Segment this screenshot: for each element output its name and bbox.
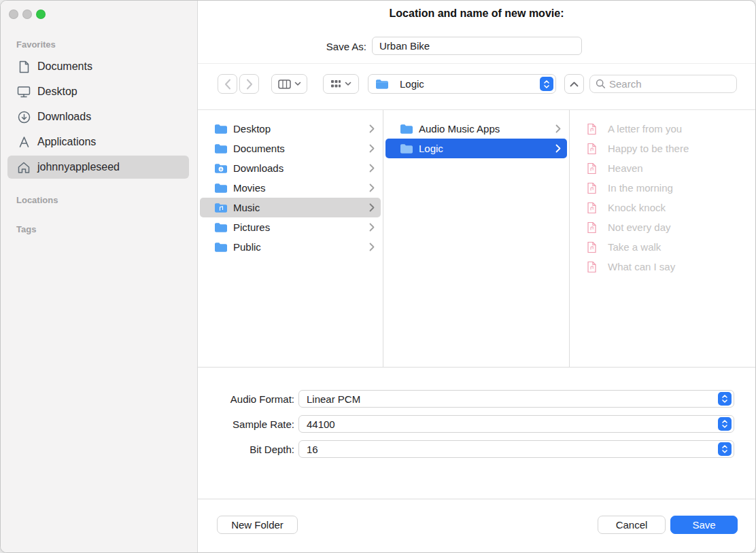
dialog-title: Location and name of new movie: [198, 7, 755, 20]
sidebar-item-label: Applications [37, 136, 96, 148]
browser-column-1: Desktop Documents Downloads Movies Music… [198, 110, 383, 367]
footer-divider [198, 499, 755, 499]
row-logic[interactable]: Logic [385, 139, 567, 158]
locations-section-header: Locations [16, 195, 58, 205]
row-label: Desktop [233, 123, 271, 135]
sidebar-item-label: johnnyappleseed [37, 161, 120, 173]
file-label: Knock knock [608, 202, 666, 213]
row-documents[interactable]: Documents [198, 139, 383, 158]
file-row: In the morning [570, 178, 755, 198]
forward-button[interactable] [239, 74, 259, 94]
audio-file-icon [587, 261, 597, 273]
chevron-right-icon [369, 124, 375, 133]
sidebar-item-label: Downloads [37, 111, 91, 123]
up-folder-button[interactable] [564, 74, 584, 94]
chevron-right-icon [369, 183, 375, 192]
row-movies[interactable]: Movies [198, 178, 383, 198]
save-button[interactable]: Save [670, 516, 738, 534]
chevron-down-icon [345, 82, 351, 86]
chevron-up-icon [570, 82, 579, 87]
bit-depth-select[interactable]: 16 [298, 440, 734, 458]
file-row: Knock knock [570, 198, 755, 217]
file-label: A letter from you [608, 123, 682, 135]
chevron-down-icon [294, 82, 301, 86]
save-as-input[interactable] [372, 37, 582, 55]
save-as-label: Save As: [286, 41, 366, 52]
chevron-right-icon [555, 144, 561, 153]
row-label: Movies [233, 182, 266, 194]
row-label: Logic [419, 143, 443, 154]
row-desktop[interactable]: Desktop [198, 119, 383, 139]
document-icon [16, 60, 32, 73]
chevron-right-icon [555, 124, 561, 133]
audio-file-icon [587, 143, 597, 155]
sidebar: Favorites Documents Desktop Downloads Ap… [1, 1, 198, 552]
column-browser: Desktop Documents Downloads Movies Music… [198, 109, 755, 368]
browser-column-3: A letter from you Happy to be there Heav… [570, 110, 755, 367]
new-folder-button[interactable]: New Folder [217, 516, 298, 534]
column-view-button[interactable] [271, 74, 307, 94]
applications-icon [16, 135, 32, 149]
zoom-button[interactable] [36, 10, 46, 19]
sidebar-item-label: Desktop [37, 86, 78, 98]
file-row: What can I say [570, 257, 755, 276]
file-row: Happy to be there [570, 139, 755, 158]
audio-format-select[interactable]: Linear PCM [298, 390, 734, 408]
sidebar-item-documents[interactable]: Documents [7, 55, 189, 78]
grouping-button[interactable] [323, 74, 359, 94]
cancel-button[interactable]: Cancel [598, 516, 666, 534]
row-label: Public [233, 241, 261, 253]
row-downloads[interactable]: Downloads [198, 158, 383, 178]
search-icon [596, 79, 606, 89]
folder-icon [400, 124, 413, 135]
audio-format-value: Linear PCM [307, 393, 360, 405]
chevron-right-icon [369, 164, 375, 173]
folder-icon [375, 79, 389, 90]
sample-rate-select[interactable]: 44100 [298, 415, 734, 433]
audio-file-icon [587, 123, 597, 135]
audio-format-label: Audio Format: [196, 393, 294, 405]
back-button[interactable] [218, 74, 237, 94]
popup-chevrons-icon [718, 392, 732, 406]
sidebar-item-label: Documents [37, 60, 92, 73]
bit-depth-value: 16 [307, 444, 318, 455]
search-input[interactable] [609, 78, 736, 90]
sidebar-item-downloads[interactable]: Downloads [7, 105, 189, 128]
search-field[interactable] [589, 75, 737, 93]
close-button[interactable] [9, 10, 18, 19]
sidebar-item-desktop[interactable]: Desktop [7, 80, 189, 103]
divider [198, 63, 755, 64]
file-row: Heaven [570, 158, 755, 178]
row-pictures[interactable]: Pictures [198, 217, 383, 237]
chevron-right-icon [369, 144, 375, 153]
file-row: A letter from you [570, 119, 755, 139]
home-icon [16, 160, 32, 174]
tags-section-header: Tags [16, 224, 36, 234]
folder-icon [214, 222, 228, 233]
minimize-button[interactable] [22, 10, 32, 19]
file-label: Not every day [608, 221, 671, 233]
audio-file-icon [587, 162, 597, 175]
row-label: Pictures [233, 221, 270, 233]
row-music[interactable]: Music [200, 198, 381, 217]
popup-chevrons-icon [540, 77, 553, 91]
sidebar-item-applications[interactable]: Applications [7, 130, 189, 154]
sample-rate-label: Sample Rate: [196, 418, 294, 430]
column-view-icon [278, 79, 291, 89]
audio-file-icon [587, 182, 597, 194]
save-dialog-window: Favorites Documents Desktop Downloads Ap… [0, 0, 756, 553]
sample-rate-value: 44100 [307, 418, 335, 430]
path-popup[interactable]: Logic [368, 74, 556, 94]
chevron-right-icon [369, 223, 375, 232]
folder-icon [214, 242, 228, 253]
sidebar-item-johnnyappleseed[interactable]: johnnyappleseed [7, 156, 189, 179]
row-label: Music [233, 202, 260, 213]
folder-icon [214, 143, 228, 154]
desktop-icon [16, 85, 32, 99]
forward-icon [246, 79, 253, 90]
downloads-icon [16, 110, 32, 124]
row-audio-music-apps[interactable]: Audio Music Apps [383, 119, 569, 139]
row-public[interactable]: Public [198, 237, 383, 257]
chevron-right-icon [369, 203, 375, 212]
browser-column-2: Audio Music Apps Logic [383, 110, 570, 367]
